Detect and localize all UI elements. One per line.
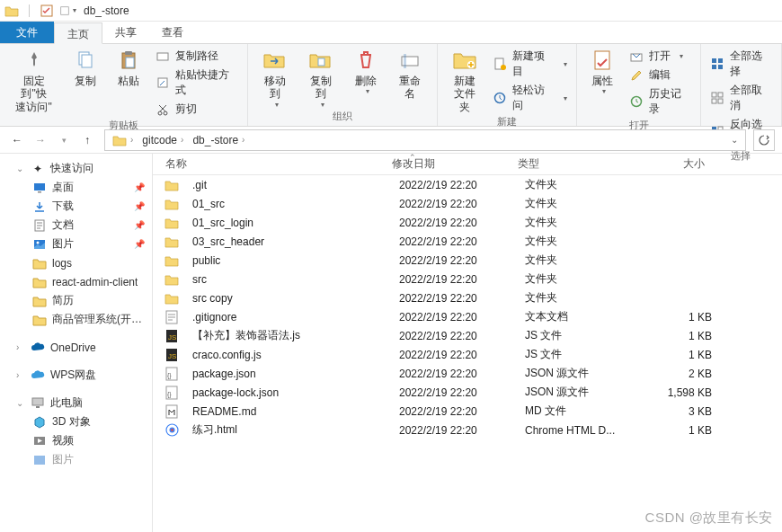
column-size[interactable]: 大小 (620, 156, 710, 172)
edit-button[interactable]: 编辑 (626, 66, 695, 84)
nav-pictures2[interactable]: 图片 (0, 450, 152, 469)
svg-rect-6 (126, 58, 134, 67)
nav-wps[interactable]: ›WPS网盘 (0, 366, 152, 385)
select-all-button[interactable]: 全部选择 (706, 48, 776, 80)
file-row[interactable]: 练习.html2022/2/19 22:20Chrome HTML D...1 … (153, 421, 782, 439)
breadcrumb-seg-gitcode[interactable]: gitcode› (138, 132, 187, 148)
cut-button[interactable]: 剪切 (152, 101, 242, 118)
move-to-button[interactable]: 移动到 (253, 46, 296, 109)
nav-logs[interactable]: logs (0, 253, 152, 272)
delete-button[interactable]: 删除 (346, 46, 386, 95)
tab-file[interactable]: 文件 (0, 22, 54, 43)
nav-documents[interactable]: 文档📌 (0, 216, 152, 235)
json-icon: {} (164, 385, 180, 401)
group-label-organize: 组织 (253, 109, 431, 124)
properties-button[interactable]: 属性 (582, 46, 622, 95)
copy-button[interactable]: 复制 (66, 46, 105, 87)
file-date: 2022/2/19 22:20 (394, 330, 520, 342)
nav-pms[interactable]: 商品管理系统(开发) (0, 310, 152, 329)
address-bar: ← → ▾ ↑ › gitcode› db_-store› ⌄ (0, 127, 782, 154)
file-row[interactable]: .git2022/2/19 22:20文件夹 (153, 175, 782, 194)
navigation-pane[interactable]: ⌄✦快速访问 桌面📌 下载📌 文档📌 图片📌 logs react-admin-… (0, 154, 153, 532)
file-row[interactable]: src copy2022/2/19 22:20文件夹 (153, 288, 782, 307)
column-name[interactable]: 名称 (153, 156, 387, 172)
file-size: 1 KB (627, 311, 717, 324)
select-none-button[interactable]: 全部取消 (706, 82, 776, 114)
refresh-button[interactable] (753, 129, 775, 151)
pin-quick-access-button[interactable]: 固定到"快 速访问" (5, 46, 62, 113)
breadcrumb-root-icon[interactable]: › (109, 132, 137, 148)
copy-path-button[interactable]: 复制路径 (152, 48, 242, 65)
qat-dropdown-icon[interactable] (60, 3, 76, 19)
forward-button[interactable]: → (31, 130, 50, 150)
file-row[interactable]: {}package-lock.json2022/2/19 22:20JSON 源… (153, 383, 782, 402)
file-type: 文本文档 (520, 309, 627, 324)
copy-to-button[interactable]: 复制到 (299, 46, 342, 109)
new-item-button[interactable]: 新建项目 (489, 48, 571, 80)
paste-shortcut-button[interactable]: 粘贴快捷方式 (152, 66, 242, 99)
group-label-new: 新建 (443, 114, 571, 129)
ribbon-tabs: 文件 主页 共享 查看 (0, 22, 782, 44)
nav-resume[interactable]: 简历 (0, 291, 152, 310)
breadcrumb-seg-dbstore[interactable]: db_-store› (189, 132, 248, 148)
history-button[interactable]: 历史记录 (626, 85, 695, 118)
folder-icon (164, 271, 180, 288)
file-row[interactable]: 01_src2022/2/19 22:20文件夹 (153, 194, 782, 213)
paste-button[interactable]: 粘贴 (109, 46, 148, 87)
nav-quick-access[interactable]: ⌄✦快速访问 (0, 159, 152, 178)
onedrive-icon (31, 341, 45, 355)
tab-home[interactable]: 主页 (54, 22, 102, 44)
txt-icon (164, 309, 180, 325)
svg-point-37 (37, 241, 40, 244)
up-button[interactable]: ↑ (77, 130, 97, 150)
column-type[interactable]: 类型 (512, 156, 620, 172)
recent-locations-button[interactable]: ▾ (54, 130, 74, 150)
nav-videos[interactable]: 视频 (0, 431, 152, 450)
rename-button[interactable]: 重命名 (389, 46, 431, 101)
svg-rect-22 (718, 58, 723, 63)
new-folder-button[interactable]: 新建 文件夹 (443, 46, 486, 113)
file-list: ⌃ 名称 修改日期 类型 大小 .git2022/2/19 22:20文件夹01… (153, 154, 782, 532)
easy-access-button[interactable]: 轻松访问 (489, 82, 571, 114)
file-row[interactable]: src2022/2/19 22:20文件夹 (153, 270, 782, 288)
file-name: 01_src (187, 198, 394, 210)
nav-desktop[interactable]: 桌面📌 (0, 178, 152, 197)
folder-icon (164, 253, 180, 269)
file-date: 2022/2/19 22:20 (394, 179, 520, 191)
html-icon (164, 422, 180, 439)
folder-icon (32, 294, 47, 308)
file-type: MD 文件 (520, 403, 627, 419)
column-date[interactable]: 修改日期 (387, 156, 512, 172)
nav-3d-objects[interactable]: 3D 对象 (0, 412, 152, 431)
breadcrumb[interactable]: › gitcode› db_-store› ⌄ (104, 129, 746, 151)
file-row[interactable]: JS【补充】装饰器语法.js2022/2/19 22:20JS 文件1 KB (153, 326, 782, 345)
file-row[interactable]: JScraco.config.js2022/2/19 22:20JS 文件1 K… (153, 345, 782, 364)
nav-this-pc[interactable]: ⌄此电脑 (0, 394, 152, 412)
pc-icon (31, 396, 45, 411)
svg-point-9 (158, 111, 162, 115)
open-button[interactable]: 打开 (626, 48, 695, 65)
file-row[interactable]: 03_src_header2022/2/19 22:20文件夹 (153, 232, 782, 251)
nav-downloads[interactable]: 下载📌 (0, 197, 152, 216)
nav-pictures[interactable]: 图片📌 (0, 235, 152, 253)
back-button[interactable]: ← (7, 130, 27, 150)
tab-view[interactable]: 查看 (149, 22, 196, 43)
file-name: 03_src_header (187, 235, 394, 248)
file-row[interactable]: public2022/2/19 22:20文件夹 (153, 251, 782, 270)
svg-rect-23 (712, 65, 716, 69)
file-row[interactable]: 01_src_login2022/2/19 22:20文件夹 (153, 213, 782, 232)
quick-access-toolbar (4, 3, 76, 19)
file-type: Chrome HTML D... (520, 424, 627, 437)
nav-onedrive[interactable]: ›OneDrive (0, 338, 152, 357)
file-type: JS 文件 (520, 347, 627, 362)
svg-rect-34 (38, 191, 41, 193)
folder-icon (32, 275, 47, 289)
tab-share[interactable]: 共享 (102, 22, 149, 43)
breadcrumb-dropdown[interactable]: ⌄ (727, 133, 742, 146)
file-date: 2022/2/19 22:20 (394, 386, 520, 399)
file-row[interactable]: .gitignore2022/2/19 22:20文本文档1 KB (153, 307, 782, 326)
properties-icon[interactable] (39, 3, 55, 19)
file-row[interactable]: README.md2022/2/19 22:20MD 文件3 KB (153, 402, 782, 421)
nav-react-admin[interactable]: react-admin-client (0, 272, 152, 291)
file-row[interactable]: {}package.json2022/2/19 22:20JSON 源文件2 K… (153, 364, 782, 383)
